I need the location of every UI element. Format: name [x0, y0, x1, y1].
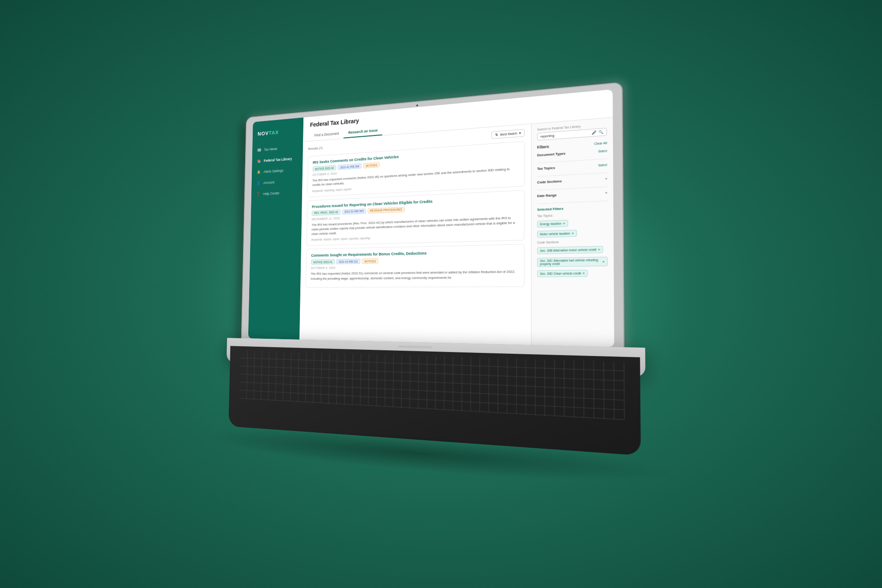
help-icon: ❓ — [256, 192, 260, 196]
alerts-icon: 🔔 — [257, 170, 261, 174]
filter-tax-topics-label: Tax Topics — [537, 165, 555, 171]
remove-30c-icon[interactable]: × — [602, 259, 605, 263]
filter-date-range-label: Date Range — [537, 193, 557, 198]
tag-type-3: NOTICES — [362, 258, 378, 264]
account-icon: 👤 — [257, 181, 261, 185]
screen-bezel: NOVTAX 📰 Tax News 📚 Federal Tax Library … — [248, 89, 614, 347]
filter-tax-topics-select[interactable]: Select — [598, 163, 607, 167]
tag-irb-3: 2022-43 IRB 321 — [336, 258, 361, 264]
remove-30d-icon[interactable]: × — [583, 271, 585, 275]
remove-30b-icon[interactable]: × — [598, 247, 600, 251]
selected-filters-title: Selected Filters — [537, 205, 607, 212]
tag-irb-1: 2022-42 IRB 306 — [338, 163, 362, 170]
filter-doc-types-select[interactable]: Select — [598, 149, 607, 153]
result-tags-3: NOTICE 2022-51 2022-43 IRB 321 NOTICES — [311, 256, 519, 265]
selected-code-sections-label: Code Sections — [537, 239, 608, 244]
result-date-3: OCTOBER 4, 2022 — [311, 263, 519, 269]
search-submit-icon[interactable]: 🔍 — [598, 130, 603, 134]
sidebar-item-help-label: Help Center — [263, 191, 279, 196]
filter-tag-30c-label: Sec. 30C Alternative fuel vehicle refuel… — [540, 258, 601, 266]
result-title-3[interactable]: Comments Sought on Requirements for Bonu… — [311, 249, 518, 257]
filter-tag-30d[interactable]: Sec. 30D Clean vehicle credit × — [537, 270, 588, 277]
scene: NOVTAX 📰 Tax News 📚 Federal Tax Library … — [198, 96, 684, 493]
filter-tag-30c[interactable]: Sec. 30C Alternative fuel vehicle refuel… — [537, 256, 608, 266]
filters-header: Filters Clear All — [537, 140, 607, 150]
screen-content: NOVTAX 📰 Tax News 📚 Federal Tax Library … — [248, 89, 614, 347]
logo-nov: NOV — [258, 130, 269, 136]
filter-group-date-range: Date Range ▾ — [537, 191, 607, 204]
remove-motor-icon[interactable]: × — [572, 231, 574, 236]
sidebar-item-alerts-label: Alerts Settings — [264, 169, 284, 174]
filter-tag-energy[interactable]: Energy taxation × — [537, 220, 568, 228]
filters-title: Filters — [537, 144, 549, 150]
tag-type-2: REVENUE PROCEDURES — [367, 206, 404, 213]
tax-news-icon: 📰 — [257, 148, 261, 152]
federal-library-icon: 📚 — [257, 159, 261, 163]
laptop-lid: NOVTAX 📰 Tax News 📚 Federal Tax Library … — [241, 82, 625, 352]
sort-icon: ⇅ — [495, 132, 498, 137]
content-area: Results (7) ⇅ Best Match ▾ IRS S — [299, 117, 614, 347]
filter-code-sections-chevron[interactable]: ▾ — [605, 176, 607, 181]
filter-date-range-chevron[interactable]: ▾ — [605, 191, 607, 195]
sidebar: NOVTAX 📰 Tax News 📚 Federal Tax Library … — [248, 117, 303, 339]
tag-notice-3: NOTICE 2022-51 — [311, 259, 335, 264]
filter-group-document-types: Document Types Select — [537, 149, 607, 163]
sort-chevron-icon: ▾ — [519, 131, 521, 135]
filter-code-sections-label: Code Sections — [537, 179, 562, 184]
logo-tax: TAX — [269, 129, 279, 135]
filter-group-date-header: Date Range ▾ — [537, 191, 607, 198]
results-count: Results (7) — [308, 146, 323, 151]
result-card-2: Procedures Issued for Reporting on Clean… — [306, 190, 525, 246]
selected-filters-section: Selected Filters Tax Topics Energy taxat… — [537, 205, 608, 278]
tag-notice-1: NOTICE 2022-42 — [313, 165, 336, 172]
filter-tag-30d-label: Sec. 30D Clean vehicle credit — [540, 271, 581, 275]
mic-icon[interactable]: 🎤 — [592, 130, 597, 135]
filter-group-tax-header: Tax Topics Select — [537, 162, 607, 171]
tag-rev-2: REV. PROC. 2022-42 — [312, 209, 340, 215]
tag-proc-2: 2022-52 IRB 565 — [342, 208, 366, 214]
trackpad — [398, 345, 432, 348]
filter-group-code-sections: Code Sections ▾ — [537, 176, 607, 190]
filters-panel: Search in Federal Tax Library 🎤 🔍 Filter… — [531, 117, 614, 347]
sort-dropdown[interactable]: ⇅ Best Match ▾ — [492, 129, 525, 139]
result-card-3: Comments Sought on Requirements for Bonu… — [306, 244, 524, 287]
selected-tax-topics-label: Tax Topics — [537, 212, 607, 217]
clear-all-button[interactable]: Clear All — [594, 141, 607, 145]
filter-group-code-header: Code Sections ▾ — [537, 176, 607, 184]
filter-group-doc-header: Document Types Select — [537, 149, 607, 157]
filter-group-tax-topics: Tax Topics Select — [537, 162, 607, 176]
filter-tag-30b[interactable]: Sec. 30B Alternative motor vehicle credi… — [537, 246, 603, 254]
filter-tag-energy-label: Energy taxation — [540, 221, 561, 225]
search-input[interactable] — [540, 131, 590, 138]
tag-type-1: NOTICES — [363, 162, 380, 168]
sidebar-item-account-label: Account — [263, 180, 274, 184]
selected-tax-topic-tags: Energy taxation × Motor vehicle taxation… — [537, 216, 608, 239]
sidebar-item-tax-news-label: Tax News — [264, 146, 277, 151]
results-section: Results (7) ⇅ Best Match ▾ IRS S — [299, 124, 531, 345]
camera — [416, 104, 418, 106]
sidebar-item-federal-tax-library-label: Federal Tax Library — [264, 157, 292, 162]
laptop: NOVTAX 📰 Tax News 📚 Federal Tax Library … — [224, 74, 712, 522]
selected-code-section-tags: Sec. 30B Alternative motor vehicle credi… — [537, 243, 608, 278]
filter-tag-30b-label: Sec. 30B Alternative motor vehicle credi… — [540, 248, 596, 252]
filter-tag-motor-vehicle[interactable]: Motor vehicle taxation × — [537, 229, 577, 237]
filter-doc-types-label: Document Types — [537, 151, 565, 157]
main-content: Federal Tax Library Find a Document Rese… — [299, 89, 614, 347]
sort-label: Best Match — [500, 131, 517, 136]
remove-energy-icon[interactable]: × — [563, 221, 565, 225]
result-desc-3: The IRS has requested (Notice 2022-51) c… — [310, 269, 518, 281]
search-box-area: Search in Federal Tax Library 🎤 🔍 — [537, 123, 607, 141]
search-input-wrap: 🎤 🔍 — [537, 127, 607, 140]
keyboard-keys — [240, 350, 625, 420]
filter-tag-motor-label: Motor vehicle taxation — [540, 232, 570, 236]
search-label: Search in Federal Tax Library — [537, 123, 607, 131]
